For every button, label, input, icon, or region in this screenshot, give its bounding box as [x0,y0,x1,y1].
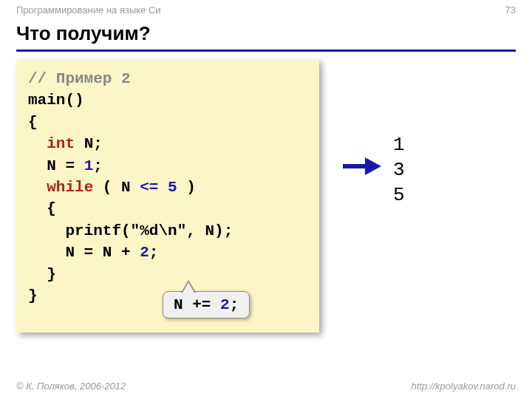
arrow-icon [341,155,381,177]
code-line: { [28,112,307,133]
svg-marker-1 [365,157,381,175]
code-comment: // Пример 2 [28,70,131,87]
operator-le: <= [140,179,158,196]
output-block: 1 3 5 [393,133,405,208]
code-line: N = N + 2; [28,242,307,263]
output-line: 5 [393,183,405,208]
code-line: { [28,198,307,219]
content-area: // Пример 2 main() { int N; N = 1; while… [16,59,516,369]
code-line: main() [28,89,307,111]
keyword-while: while [47,179,93,196]
footer-copyright: © К. Поляков, 2006-2012 [16,381,126,392]
title-row: Что получим? [16,22,516,52]
output-line: 1 [393,133,405,158]
page-number: 73 [505,4,516,16]
keyword-int: int [47,135,75,152]
code-line: printf("%d\n", N); [28,220,307,242]
topbar: Программирование на языке Си 73 [16,4,516,16]
code-line: } [28,264,307,285]
footer: © К. Поляков, 2006-2012 http://kpolyakov… [16,381,516,392]
literal-5: 5 [168,179,177,196]
page-title: Что получим? [16,22,516,45]
code-line: while ( N <= 5 ) [28,177,307,198]
literal-2: 2 [220,296,230,313]
callout-shorthand: N += 2; [163,291,250,318]
callout-tail [183,282,194,293]
slide: Программирование на языке Си 73 Что полу… [0,0,532,399]
output-line: 3 [393,158,405,183]
code-line: N = 1; [28,155,307,177]
literal-1: 1 [84,157,94,174]
course-label: Программирование на языке Си [16,4,161,16]
title-underline [16,50,516,52]
footer-url: http://kpolyakov.narod.ru [412,381,516,392]
literal-2: 2 [140,244,149,261]
code-line: int N; [28,133,307,154]
